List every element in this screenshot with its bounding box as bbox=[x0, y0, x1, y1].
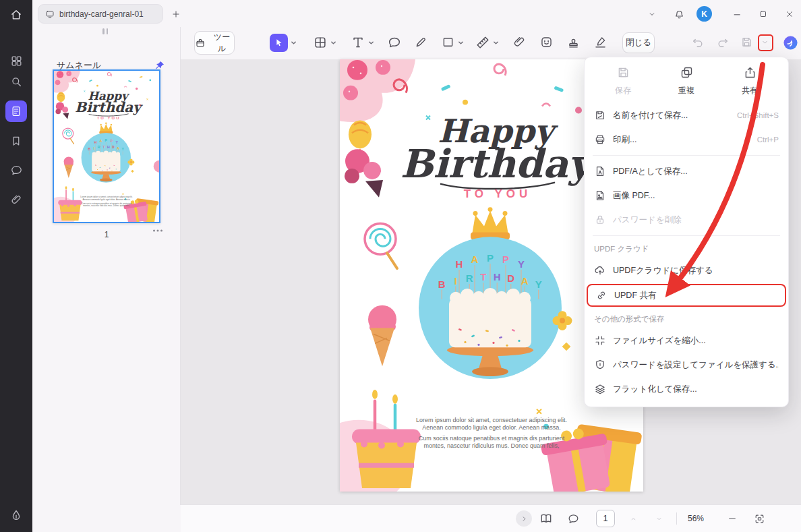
menu-item-image-pdf[interactable]: 画像 PDF... bbox=[585, 183, 788, 208]
tools-icon bbox=[195, 38, 206, 49]
bookmarks-icon[interactable] bbox=[5, 130, 27, 152]
page-edit-tool[interactable] bbox=[313, 35, 328, 50]
fit-page-button[interactable] bbox=[751, 510, 767, 527]
menu-quick-save[interactable]: 保存 bbox=[591, 65, 655, 96]
print-icon bbox=[594, 134, 606, 146]
shape-tool-chevron-icon[interactable] bbox=[458, 40, 464, 46]
status-bar: 56% bbox=[181, 504, 801, 532]
redo-button[interactable] bbox=[716, 36, 730, 49]
pen-nib-logo-icon[interactable] bbox=[5, 505, 27, 527]
comments-icon[interactable] bbox=[5, 159, 27, 181]
page-more-button[interactable] bbox=[152, 229, 163, 233]
text-tool[interactable] bbox=[351, 35, 365, 50]
pen-tool[interactable] bbox=[414, 35, 428, 49]
menu-item-reduce-size[interactable]: ファイルサイズを縮小... bbox=[585, 328, 788, 353]
menu-divider bbox=[593, 155, 780, 156]
thumbnails-panel-icon[interactable] bbox=[5, 100, 27, 122]
close-mode-button[interactable]: 閉じる bbox=[622, 32, 655, 53]
file-menu-dropdown: 保存 重複 共有 名前を付けて保存... Ctrl+Shift+S 印刷... … bbox=[584, 57, 789, 407]
expand-toolbar-button[interactable] bbox=[516, 510, 532, 527]
main-toolbar: ツール 閉じる bbox=[181, 27, 801, 59]
measure-tool-chevron-icon[interactable] bbox=[493, 40, 499, 46]
search-icon[interactable] bbox=[5, 71, 27, 92]
red-box-annotation bbox=[758, 34, 773, 51]
home-icon[interactable] bbox=[5, 4, 27, 26]
select-tool[interactable] bbox=[270, 34, 288, 52]
page-thumbnail[interactable] bbox=[53, 69, 160, 223]
minimize-button[interactable] bbox=[728, 5, 746, 23]
tab-document-icon bbox=[45, 9, 55, 19]
panel-resize-handle[interactable] bbox=[102, 28, 108, 34]
flatten-icon bbox=[594, 383, 606, 395]
share-icon bbox=[743, 65, 757, 80]
page-number-input[interactable] bbox=[596, 510, 615, 527]
notifications-bell-icon[interactable] bbox=[670, 5, 688, 23]
menu-quick-share[interactable]: 共有 bbox=[718, 65, 781, 96]
page-down-button[interactable] bbox=[651, 512, 666, 525]
left-rail bbox=[0, 0, 32, 532]
stamp-tool[interactable] bbox=[566, 35, 581, 49]
tools-button[interactable]: ツール bbox=[194, 31, 235, 55]
menu-item-flatten[interactable]: フラット化して保存... bbox=[585, 377, 788, 401]
shape-tool[interactable] bbox=[441, 35, 455, 49]
comment-tool[interactable] bbox=[387, 35, 402, 50]
pdfa-icon bbox=[594, 165, 606, 177]
menu-divider bbox=[593, 235, 780, 236]
menu-quick-actions: 保存 重複 共有 bbox=[585, 57, 788, 103]
menu-quick-duplicate[interactable]: 重複 bbox=[655, 65, 718, 96]
select-tool-chevron-icon[interactable] bbox=[291, 40, 297, 46]
link-icon bbox=[595, 289, 607, 301]
maximize-button[interactable] bbox=[754, 5, 772, 23]
new-tab-button[interactable] bbox=[167, 5, 185, 23]
cloud-upload-icon bbox=[594, 264, 606, 276]
password-remove-icon bbox=[594, 214, 606, 226]
measure-tool[interactable] bbox=[475, 35, 490, 50]
window-menu-chevron-icon[interactable] bbox=[643, 5, 661, 23]
menu-item-protect-password[interactable]: パスワードを設定してファイルを保護する... bbox=[585, 353, 788, 377]
undo-button[interactable] bbox=[691, 36, 705, 49]
sign-tool[interactable] bbox=[593, 35, 607, 49]
sticker-tool[interactable] bbox=[539, 35, 554, 49]
save-button[interactable] bbox=[740, 36, 753, 49]
apps-grid-icon[interactable] bbox=[5, 50, 27, 71]
menu-item-save-as-pdfa[interactable]: PDF/Aとして保存... bbox=[585, 159, 788, 183]
duplicate-icon bbox=[680, 65, 694, 80]
tab-title: birthday-card-genral-01 bbox=[59, 9, 144, 19]
zoom-out-button[interactable] bbox=[724, 510, 740, 527]
page-edit-chevron-icon[interactable] bbox=[330, 40, 336, 46]
thumbnail-footer: 1 bbox=[53, 230, 160, 239]
attach-tool[interactable] bbox=[512, 35, 526, 49]
protect-file-icon bbox=[594, 359, 606, 371]
statusbar-divider bbox=[676, 512, 677, 525]
menu-item-remove-password[interactable]: パスワードを削除 bbox=[585, 208, 788, 232]
ai-assistant-button[interactable] bbox=[783, 35, 798, 51]
menu-section-clo: UPDF クラウド bbox=[585, 239, 788, 258]
thumbnail-panel: サムネール 1 bbox=[32, 27, 181, 505]
title-bar: birthday-card-genral-01 K bbox=[32, 0, 801, 27]
page-up-button[interactable] bbox=[626, 512, 641, 525]
save-icon bbox=[616, 65, 630, 80]
save-as-icon bbox=[594, 109, 606, 121]
menu-item-print[interactable]: 印刷... Ctrl+P bbox=[585, 127, 788, 152]
text-tool-chevron-icon[interactable] bbox=[368, 40, 374, 46]
menu-item-cloud-save[interactable]: UPDFクラウドに保存する bbox=[585, 258, 788, 283]
book-view-icon[interactable] bbox=[538, 510, 554, 527]
image-pdf-icon bbox=[594, 189, 606, 202]
updf-app-window: birthday-card-genral-01 K サムネール 1 ツール bbox=[0, 0, 801, 532]
zoom-level[interactable]: 56% bbox=[688, 514, 704, 523]
menu-item-updf-share[interactable]: UPDF 共有 bbox=[587, 284, 786, 307]
menu-item-save-as[interactable]: 名前を付けて保存... Ctrl+Shift+S bbox=[585, 103, 788, 127]
thumbnail-page-number: 1 bbox=[105, 230, 109, 239]
attachments-icon[interactable] bbox=[5, 189, 27, 210]
comment-list-icon[interactable] bbox=[565, 510, 581, 527]
menu-section-other: その他の形式で保存 bbox=[585, 309, 788, 328]
user-avatar[interactable]: K bbox=[696, 6, 712, 22]
document-tab[interactable]: birthday-card-genral-01 bbox=[38, 4, 163, 24]
reduce-size-icon bbox=[594, 334, 606, 347]
close-window-button[interactable] bbox=[781, 5, 798, 23]
